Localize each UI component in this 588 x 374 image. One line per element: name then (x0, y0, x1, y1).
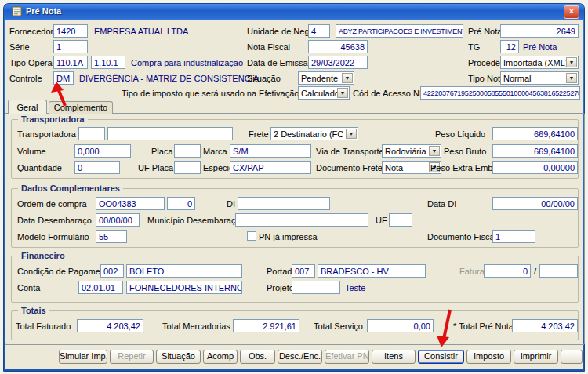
chevron-down-icon[interactable]: ▼ (429, 146, 440, 156)
total-servico-label: Total Serviço (314, 321, 363, 332)
tg-code-field[interactable]: 12 (500, 40, 519, 53)
fatura-parcela-field[interactable] (539, 264, 578, 278)
nota-fiscal-field[interactable]: 45638 (308, 40, 368, 53)
volume-label: Volume (17, 146, 46, 157)
situacao-button[interactable]: Situação (156, 350, 201, 364)
close-button[interactable]: × (564, 5, 579, 19)
frete-select[interactable]: 2 Destinatario (FC ▼ (270, 127, 358, 140)
procedencia-select[interactable]: Importada (XML) ▼ (500, 56, 579, 69)
situacao-select[interactable]: Pendente ▼ (298, 71, 354, 85)
fornecedor-code-field[interactable]: 1420 (53, 24, 88, 38)
tipo-operacao-cfop-field[interactable]: 1.10.1 (91, 56, 125, 69)
group-transportadora-title: Transportadora (18, 114, 88, 125)
volume-field[interactable]: 0,000 (74, 144, 131, 158)
portador-name-field[interactable]: BRADESCO - HV (318, 264, 426, 278)
documento-fiscal-label: Documento Fiscal (427, 231, 496, 242)
unidade-negocio-code-field[interactable]: 4 (308, 24, 330, 38)
group-dados-title: Dados Complementares (18, 183, 123, 194)
pn-ja-impressa-checkbox[interactable] (247, 231, 256, 241)
repetir-button: Repetir (110, 350, 154, 364)
fatura-field[interactable]: 0 (484, 264, 531, 278)
peso-liquido-field[interactable]: 669,64100 (492, 127, 578, 140)
total-mercadorias-field[interactable]: 2.921,61 (233, 319, 299, 332)
di-field[interactable] (238, 197, 330, 210)
via-transporte-select[interactable]: Rodoviária ▼ (382, 144, 441, 158)
close-icon: × (569, 7, 574, 16)
tipo-imposto-value: Calculado (301, 89, 339, 98)
conta-label: Conta (17, 282, 40, 293)
group-financeiro: Financeiro (11, 256, 579, 303)
chevron-down-icon[interactable]: ▼ (337, 88, 348, 98)
peso-bruto-label: Peso Bruto (444, 146, 486, 157)
transportadora-name-field[interactable] (107, 127, 233, 140)
total-pre-nota-field[interactable]: 4.203,42 (512, 319, 578, 332)
cod-acesso-nfe-field[interactable]: 4222037671952500058555010000456381652252… (420, 86, 580, 100)
tg-label: TG (468, 42, 480, 53)
municipio-desembaraco-field[interactable] (235, 213, 368, 227)
imprimir-button[interactable]: Imprimir (514, 350, 558, 364)
pre-nota-number-field[interactable]: 2649 (500, 24, 579, 38)
via-transporte-value: Rodoviária (385, 147, 426, 156)
chevron-down-icon[interactable]: ▼ (566, 73, 577, 83)
tipo-nota-select[interactable]: Normal ▼ (500, 71, 579, 85)
obs-button[interactable]: Obs. (240, 350, 275, 364)
ordem-compra-field[interactable]: OO04383 (96, 197, 165, 210)
chevron-down-icon[interactable]: ▼ (342, 73, 353, 83)
marca-field[interactable]: S/M (230, 144, 311, 158)
total-pre-nota-label: * Total Pré Nota (453, 321, 514, 332)
imposto-button[interactable]: Imposto (466, 350, 511, 364)
simular-imp-button[interactable]: Simular Imp. (59, 350, 107, 364)
especie-field[interactable]: CX/PAP (230, 161, 311, 174)
condicao-pagamento-name-field[interactable]: BOLETO (126, 264, 242, 278)
placa-label: Placa (151, 146, 173, 157)
ordem-compra-label: Ordem de compra (17, 198, 87, 209)
desc-enc-button[interactable]: Desc./Enc. (278, 350, 322, 364)
unidade-negocio-name-field[interactable]: ABYZ PARTICIPACOES E INVESTIMENTOS LT (336, 24, 463, 38)
serie-field[interactable]: 1 (53, 40, 88, 53)
portador-code-field[interactable]: 007 (292, 264, 315, 278)
data-desembaraco-field[interactable]: 00/00/00 (96, 213, 140, 227)
uf-placa-field[interactable] (174, 161, 201, 174)
projeto-name-text: Teste (345, 282, 365, 293)
annotation-arrow-controle (50, 82, 71, 108)
tipo-operacao-code-field[interactable]: 110.1A (53, 56, 88, 69)
data-emissao-label: Data de Emissão (247, 57, 313, 68)
condicao-pagamento-code-field[interactable]: 002 (100, 264, 124, 278)
data-di-field[interactable]: 00/00/00 (492, 197, 578, 210)
total-servico-field[interactable]: 0,00 (367, 319, 434, 332)
uf-field[interactable] (389, 213, 412, 227)
tipo-imposto-select[interactable]: Calculado ▼ (298, 86, 350, 100)
uf-placa-label: UF Placa (138, 162, 173, 173)
condicao-pagamento-label: Condição de Pagamento (17, 266, 112, 277)
consistir-button[interactable]: Consistir (418, 350, 464, 364)
itens-button[interactable]: Itens (372, 350, 416, 364)
transportadora-code-field[interactable] (78, 127, 105, 140)
data-desembaraco-label: Data Desembaraço (17, 215, 92, 226)
total-faturado-field[interactable]: 4.203,42 (77, 319, 143, 332)
annotation-arrow-consistir (431, 307, 456, 348)
chevron-down-icon[interactable]: ▼ (346, 129, 357, 139)
conta-name-field[interactable]: FORNECEDORES INTERNOS (126, 281, 242, 294)
situacao-label: Situação (247, 73, 281, 84)
title-bar[interactable]: Pré Nota × (4, 4, 584, 19)
transportadora-label: Transportadora (17, 129, 76, 140)
documento-fiscal-field[interactable]: 1 (492, 230, 535, 243)
ordem-compra-num-field[interactable]: 0 (167, 197, 195, 210)
peso-extra-field[interactable]: 0,00000 (492, 161, 578, 174)
chevron-down-icon[interactable]: ▼ (566, 57, 577, 67)
data-emissao-field[interactable]: 29/03/2022 (308, 56, 368, 69)
group-financeiro-title: Financeiro (18, 250, 68, 261)
data-di-label: Data DI (427, 198, 456, 209)
acomp-button[interactable]: Acomp (203, 350, 238, 364)
pre-nota-label: Pré Nota (468, 26, 502, 37)
projeto-field[interactable] (292, 281, 340, 294)
tab-geral[interactable]: Geral (8, 100, 47, 114)
edge-button[interactable] (561, 350, 583, 364)
conta-code-field[interactable]: 02.01.01 (78, 281, 123, 294)
modelo-formulario-field[interactable]: 55 (96, 230, 127, 243)
placa-field[interactable] (174, 144, 201, 158)
tipo-nota-value: Normal (503, 74, 531, 83)
window-icon (12, 6, 22, 16)
quantidade-field[interactable]: 0 (74, 161, 120, 174)
peso-bruto-field[interactable]: 669,64100 (492, 144, 578, 158)
